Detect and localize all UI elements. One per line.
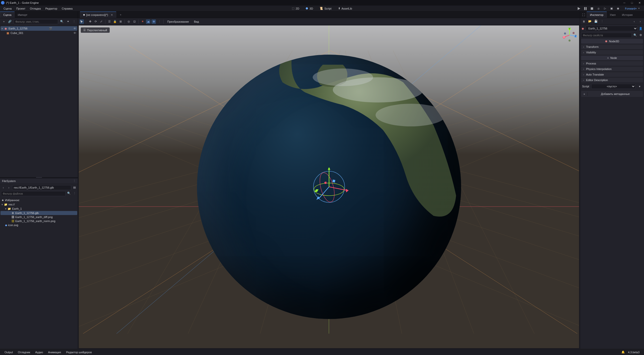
path-box-icon[interactable]: ▤ [72, 185, 77, 190]
fs-file-row[interactable]: 🖼Earth_1_12756_earth_norm.png [1, 219, 77, 223]
mode-assetlib-button[interactable]: ⬇AssetLib [336, 6, 355, 11]
class-node-header[interactable]: ○Node [581, 56, 643, 60]
fs-file-row[interactable]: 🗎Earth_1_12756.glb [1, 211, 77, 215]
viewport-more-button[interactable]: ⋮ [157, 19, 162, 24]
transform-space-button[interactable]: ◎ [127, 19, 131, 24]
move-tool[interactable]: ✥ [88, 19, 92, 24]
scene-instance-icon[interactable]: 🎬 [49, 27, 52, 30]
load-resource-button[interactable]: 📂 [588, 19, 592, 24]
fs-file-row[interactable]: 🖼Earth_1_12756_earth_diff.png [1, 215, 77, 219]
bottom-debugger[interactable]: Отладчик [16, 350, 32, 354]
menu-project[interactable]: Проект [14, 6, 27, 11]
bottom-audio[interactable]: Аудио [33, 350, 45, 354]
renderer-select[interactable]: Forward+▼ [622, 6, 642, 11]
menu-editor[interactable]: Редактор [43, 6, 59, 11]
inspector-more-button[interactable]: ⋮ [600, 19, 604, 24]
link-button[interactable]: 🔗 [8, 19, 12, 24]
close-tab-icon[interactable]: ✕ [111, 13, 113, 17]
bottom-shader[interactable]: Редактор шейдеров [64, 350, 94, 354]
prop-auto-translate[interactable]: ›Auto Translate [581, 72, 643, 77]
play-button[interactable] [577, 6, 581, 11]
snap-list-button[interactable]: ☰ [107, 19, 112, 24]
history-fwd-button[interactable]: › [638, 19, 642, 24]
prop-physics[interactable]: ›Physics Interpolation [581, 67, 643, 71]
filesystem-more-button[interactable]: ⋮ [72, 191, 77, 196]
prop-visibility[interactable]: ›Visibility [581, 50, 643, 55]
lock-button[interactable]: 🔒 [113, 19, 117, 24]
fs-root-row[interactable]: ▾📁res:// [1, 202, 77, 207]
script-select[interactable]: <пусто> [591, 84, 635, 89]
save-resource-button[interactable]: 💾 [594, 19, 598, 24]
search-icon[interactable]: 🔍 [60, 19, 64, 24]
back-button[interactable]: ‹ [1, 185, 6, 190]
mode-3d-button[interactable]: ⬢3D [303, 6, 315, 11]
filesystem-tree[interactable]: ★Избранное: ▾📁res:// ▾📁Earth_1 🗎Earth_1_… [0, 197, 78, 349]
visibility-icon[interactable]: 👁 [73, 31, 76, 34]
history-back-button[interactable]: ‹ [632, 19, 636, 24]
mode-script-button[interactable]: 📜Script [317, 6, 334, 11]
tab-import-dock[interactable]: Импорт [15, 12, 30, 18]
menu-debug[interactable]: Отладка [28, 6, 43, 11]
add-node-button[interactable]: ＋ [2, 19, 6, 24]
filter-settings-button[interactable]: ⚙ [638, 33, 643, 37]
path-field[interactable] [12, 185, 71, 190]
search-icon[interactable]: 🔍 [633, 33, 637, 37]
play-scene-button[interactable]: ▷ [603, 6, 607, 11]
scene-tree[interactable]: ▾ ◉ Earth_1_12756 🎬 👁 ▦ Cube_001 👁 [0, 25, 78, 177]
tree-row-child[interactable]: ▦ Cube_001 👁 [1, 31, 77, 35]
pause-button[interactable] [583, 6, 588, 11]
minimize-button[interactable]: ─ [621, 1, 628, 5]
sun-preview-button[interactable]: ☀ [140, 19, 145, 24]
menu-scene[interactable]: Сцена [2, 6, 14, 11]
tree-options-button[interactable]: ✦ [66, 19, 70, 24]
bottom-animation[interactable]: Анимация [46, 350, 63, 354]
close-button[interactable]: ✕ [636, 1, 643, 5]
group-button[interactable]: ⊞ [118, 19, 123, 24]
perspective-badge[interactable]: ☰ Перспективный [81, 27, 110, 33]
visibility-icon[interactable]: 👁 [73, 27, 76, 30]
prop-editor-desc[interactable]: ›Editor Description [581, 78, 643, 82]
search-icon[interactable]: 🔍 [67, 191, 71, 196]
bottom-output[interactable]: Output [3, 350, 15, 354]
add-metadata-button[interactable]: ＋ Добавить метаданные [581, 91, 643, 97]
scale-tool[interactable]: ⤢ [99, 19, 103, 24]
snap-button[interactable]: ⊡ [132, 19, 137, 24]
tree-more-button[interactable]: ⋮ [72, 19, 76, 24]
add-scene-tab[interactable]: ＋ [116, 12, 125, 18]
maximize-button[interactable]: □ [628, 1, 635, 5]
menu-help[interactable]: Справка [60, 6, 75, 11]
fs-folder-row[interactable]: ▾📁Earth_1 [1, 207, 77, 211]
scene-tab-unsaved[interactable]: [не сохранено](*) ✕ [80, 12, 116, 18]
filesystem-options-icon[interactable]: ⋮ [73, 179, 76, 183]
script-dropdown-icon[interactable]: ▾ [637, 84, 642, 89]
new-resource-button[interactable]: 🗎 [582, 19, 586, 24]
stop-button[interactable] [590, 6, 594, 11]
version-label[interactable]: 4.3.beta3 [626, 350, 641, 354]
fs-file-row[interactable]: ◆icon.svg [1, 223, 77, 227]
view-menu[interactable]: Вид [192, 19, 201, 24]
tab-scene-dock[interactable]: Сцена [0, 12, 15, 18]
axis-gizmo[interactable]: Y Z X [562, 27, 577, 43]
3d-viewport[interactable]: ☰ Перспективный Y Z X [78, 25, 579, 348]
preview-settings-button[interactable]: ⊕ [151, 19, 156, 24]
tree-row-root[interactable]: ▾ ◉ Earth_1_12756 🎬 👁 [1, 26, 77, 31]
inspector-node-select[interactable]: Earth_1_12756 [586, 26, 637, 31]
select-tool[interactable] [79, 19, 84, 24]
property-filter[interactable] [581, 33, 632, 38]
notification-icon[interactable]: 🔔 [621, 350, 625, 354]
transform-menu[interactable]: Преобразование [165, 19, 191, 24]
remote-button[interactable]: ⎚ [596, 6, 601, 11]
rotate-tool[interactable]: ⟳ [93, 19, 98, 24]
scene-tree-filter[interactable] [14, 19, 58, 24]
mode-2d-button[interactable]: ⬚2D [289, 6, 302, 11]
favorites-row[interactable]: ★Избранное: [1, 198, 77, 202]
tab-history[interactable]: История [619, 12, 636, 18]
play-custom-button[interactable]: ▣ [609, 6, 614, 11]
filesystem-filter[interactable] [1, 191, 66, 196]
tab-inspector[interactable]: Инспектор [587, 12, 607, 18]
forward-button[interactable]: › [7, 185, 11, 190]
expand-button[interactable]: ⛶ [581, 13, 586, 17]
make-unique-button[interactable]: 👤 [638, 26, 643, 31]
prop-transform[interactable]: ›Transform [581, 45, 643, 49]
env-preview-button[interactable]: ☁ [146, 19, 150, 24]
